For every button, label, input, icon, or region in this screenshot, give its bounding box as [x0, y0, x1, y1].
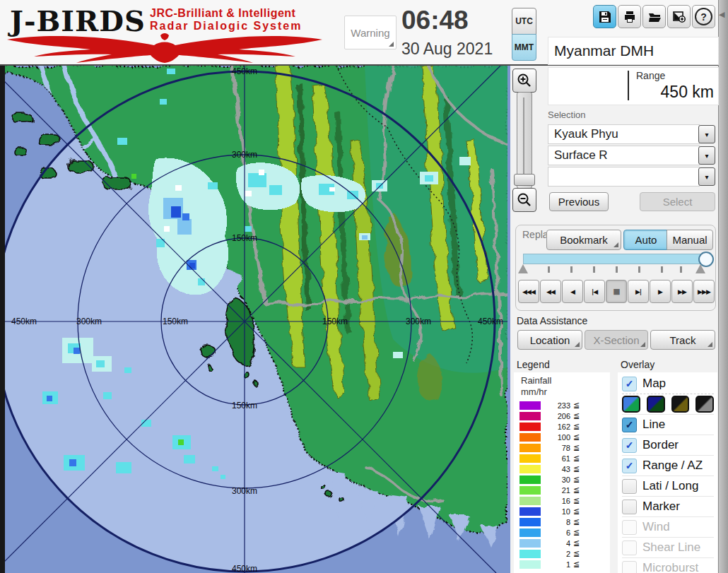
play-backward-button[interactable]: ◀	[562, 280, 583, 303]
overlay-row-microburst: ✓ Microburst	[622, 557, 714, 573]
zoom-in-button[interactable]	[512, 69, 536, 93]
legend-row: 1≦	[519, 559, 609, 569]
map-style-black-gray-button[interactable]	[695, 396, 714, 413]
capture-image-button[interactable]	[667, 5, 691, 28]
step-forward-button[interactable]: ▶|	[628, 280, 649, 303]
radar-map[interactable]: 450km 300km 150km 150km 300km 450km 450k…	[0, 66, 510, 573]
auto-mode-button[interactable]: Auto	[623, 230, 669, 250]
range-label: Range	[636, 70, 665, 81]
overlay-row-range-az[interactable]: ✓ Range / AZ	[622, 455, 714, 475]
warning-button[interactable]: Warning	[344, 16, 397, 49]
zoom-in-icon	[517, 73, 532, 88]
open-folder-button[interactable]	[642, 5, 666, 28]
legend-row: 233≦	[519, 400, 609, 410]
timeline-start-marker[interactable]	[518, 264, 528, 273]
lte-symbol: ≦	[573, 475, 580, 484]
lati-long-checkbox[interactable]: ✓	[622, 479, 637, 494]
lte-symbol: ≦	[573, 485, 580, 495]
legend-value: 16	[541, 497, 570, 505]
legend-value: 78	[541, 444, 570, 452]
previous-button[interactable]: Previous	[549, 192, 609, 211]
overlay-label: Microburst	[642, 561, 698, 573]
legend-row: 30≦	[519, 474, 609, 485]
stop-button[interactable]: ■	[606, 280, 627, 303]
overlay-label: Border	[642, 438, 679, 452]
site-select-field[interactable]: Kyauk Phyu	[548, 124, 700, 144]
check-icon: ✓	[626, 461, 634, 471]
overlay-row-line[interactable]: ✓ Line	[622, 414, 714, 435]
legend-value: 2	[541, 550, 570, 558]
option-select-dropdown-button[interactable]: ▾	[698, 167, 715, 186]
svg-text:450km: 450km	[232, 66, 257, 76]
rewind-full-button[interactable]: ◀◀◀	[518, 280, 539, 303]
overlay-label: Lati / Long	[642, 479, 698, 493]
legend-swatch	[519, 539, 541, 548]
utc-toggle-button[interactable]: UTC	[512, 8, 536, 35]
step-back-button[interactable]: |◀	[584, 280, 605, 303]
manual-mode-button[interactable]: Manual	[667, 230, 713, 250]
legend-value: 233	[541, 401, 570, 410]
legend-value: 30	[541, 475, 570, 484]
product-select-dropdown-button[interactable]: ▾	[698, 146, 715, 165]
replay-timeline-track[interactable]	[523, 254, 707, 264]
dropdown-arrow-icon: ▾	[705, 131, 708, 138]
overlay-row-marker[interactable]: ✓ Marker	[622, 496, 714, 516]
radar-map-canvas: 450km 300km 150km 150km 300km 450km 450k…	[0, 66, 510, 573]
map-style-navy-darkgreen-button[interactable]	[647, 396, 665, 413]
overlay-label: Marker	[642, 500, 680, 514]
map-style-row	[622, 394, 714, 413]
legend-value: 61	[541, 454, 570, 463]
svg-text:300km: 300km	[406, 317, 431, 326]
legend-value: 8	[541, 518, 570, 526]
legend-row: 6≦	[519, 527, 609, 538]
map-checkbox[interactable]: ✓	[622, 377, 637, 391]
overlay-row-border[interactable]: ✓ Border	[622, 435, 714, 455]
zoom-out-button[interactable]	[512, 188, 536, 212]
map-style-blue-green-button[interactable]	[622, 396, 640, 413]
collapse-panel-arrow-icon[interactable]: ◀	[719, 10, 724, 19]
legend-swatch	[519, 412, 541, 420]
legend-row: 8≦	[519, 516, 609, 527]
x-section-button[interactable]: X-Section	[585, 330, 648, 350]
border-checkbox[interactable]: ✓	[622, 438, 637, 453]
product-select-field[interactable]: Surface R	[548, 146, 700, 165]
location-button[interactable]: Location	[517, 330, 582, 350]
wind-checkbox: ✓	[622, 520, 637, 535]
track-button[interactable]: Track	[650, 330, 715, 350]
overlay-row-map[interactable]: ✓ Map	[622, 374, 714, 394]
corner-menu-icon	[640, 342, 645, 347]
data-assistance-label: Data Assistance	[517, 315, 587, 326]
line-checkbox[interactable]: ✓	[622, 418, 637, 432]
legend-value: 1	[541, 560, 570, 569]
select-button[interactable]: Select	[640, 192, 715, 211]
timeline-end-marker[interactable]	[695, 264, 705, 273]
legend-row: 10≦	[519, 506, 609, 516]
help-button[interactable]: ?	[692, 5, 715, 28]
lte-symbol: ≦	[573, 411, 580, 420]
dropdown-arrow-icon: ▾	[705, 152, 708, 160]
rewind-button[interactable]: ◀◀	[540, 280, 561, 303]
legend-value: 100	[541, 433, 570, 442]
save-button[interactable]	[593, 5, 616, 28]
print-button[interactable]	[618, 5, 641, 28]
overlay-row-lati-long[interactable]: ✓ Lati / Long	[622, 475, 714, 496]
play-button[interactable]: ▶	[650, 280, 671, 303]
site-select-dropdown-button[interactable]: ▾	[698, 125, 715, 143]
zoom-slider-handle[interactable]	[514, 174, 535, 186]
bookmark-button[interactable]: Bookmark	[546, 230, 621, 250]
mmt-toggle-button[interactable]: MMT	[512, 34, 536, 61]
timeline-tick	[593, 266, 595, 273]
range-az-checkbox[interactable]: ✓	[622, 459, 637, 473]
dropdown-arrow-icon: ▾	[705, 173, 708, 181]
svg-text:450km: 450km	[232, 564, 257, 573]
fast-forward-full-button[interactable]: ▶▶▶	[693, 280, 715, 303]
option-select-field[interactable]	[548, 167, 700, 187]
fast-forward-button[interactable]: ▶▶	[671, 280, 693, 303]
overlay-row-wind: ✓ Wind	[622, 516, 714, 537]
map-style-black-olive-button[interactable]	[671, 396, 690, 413]
marker-checkbox[interactable]: ✓	[622, 500, 637, 514]
svg-text:300km: 300km	[232, 486, 257, 496]
legend-row: 16≦	[519, 495, 609, 506]
panel-collapse-strip[interactable]	[718, 0, 728, 573]
microburst-checkbox: ✓	[622, 561, 637, 573]
